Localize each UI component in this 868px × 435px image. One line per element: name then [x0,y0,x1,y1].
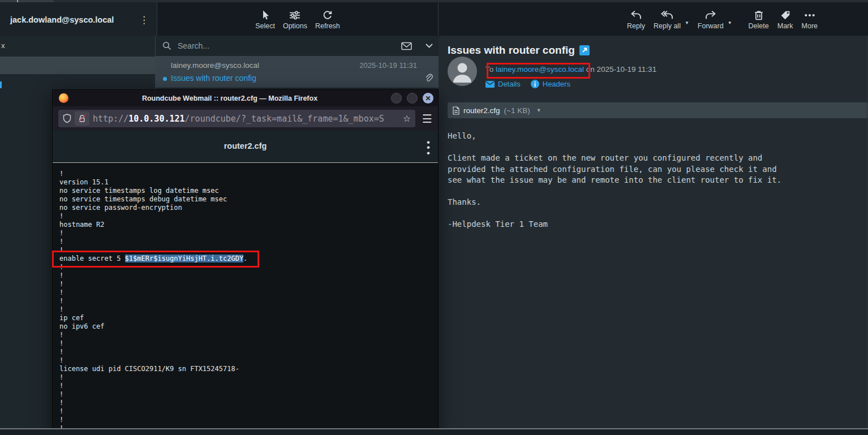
folder-selected-row[interactable] [0,57,155,74]
message-view-subject: Issues with router config [448,44,575,57]
search-input[interactable] [177,41,394,51]
bottom-band [0,429,868,435]
message-date: 2025-10-19 11:31 [359,61,417,70]
search-bar [156,36,439,57]
firefox-window: Roundcube Webmail :: router2.cfg — Mozil… [52,89,439,435]
person-icon [448,57,477,86]
avatar [448,57,477,86]
open-in-new-window-icon[interactable] [579,45,590,55]
config-secret-selected: $1$mERr$isugnYiHsjHT.i.tc2GDY [125,255,244,262]
message-toolbar: Reply Reply all ▼ [439,2,868,37]
reply-icon [630,10,642,20]
scope-envelope-icon[interactable] [401,42,412,50]
details-link[interactable]: Details [485,80,521,88]
url-scheme: http:// [93,114,128,124]
reply-all-caret-icon[interactable]: ▼ [685,20,689,25]
message-view-date: on 2025-10-19 11:31 [584,65,656,74]
details-label: Details [498,80,521,88]
reply-label: Reply [627,22,645,30]
firefox-titlebar[interactable]: Roundcube Webmail :: router2.cfg — Mozil… [53,90,438,106]
config-secret-suffix: . [243,255,247,262]
file-icon [453,106,459,115]
select-button[interactable]: Select [255,10,275,30]
forward-label: Forward [698,22,724,30]
cursor-icon [260,10,270,20]
mark-label: Mark [777,22,793,30]
message-subject-link[interactable]: Issues with router config [171,74,256,83]
firefox-urlbar: http://10.0.30.121/roundcube/?_task=mail… [53,106,438,131]
options-button[interactable]: Options [283,10,307,30]
forward-icon [704,10,717,20]
url-host: 10.0.30.121 [128,114,184,124]
account-menu-kebab-icon[interactable]: ⋮ [139,15,149,25]
refresh-button[interactable]: Refresh [315,10,340,30]
headers-link[interactable]: Headers [531,80,570,88]
mark-button[interactable]: Mark [777,10,793,30]
url-path: /roundcube/?_task=mail&_frame=1&_mbox=S [185,114,384,124]
message-view-panel: Issues with router config To lainey.moor… [439,36,868,428]
message-body: Hello, Client made a ticket on the new r… [448,131,781,230]
url-field[interactable]: http://10.0.30.121/roundcube/?_task=mail… [58,110,415,127]
delete-label: Delete [749,22,769,30]
router-config-text: ! version 15.1 no service timestamps log… [59,170,247,433]
attachment-paperclip-icon [424,74,432,83]
more-label: More [802,22,818,30]
sliders-icon [289,10,300,20]
forward-button[interactable]: Forward [698,10,724,30]
recipient-email-link[interactable]: lainey.moore@sysco.local [496,65,584,74]
forward-caret-icon[interactable]: ▼ [728,20,732,25]
attachment-frame-header: router2.cfg ••• [53,131,438,163]
shield-icon [63,114,71,123]
trash-icon [754,10,763,20]
bookmark-star-icon[interactable]: ☆ [403,113,411,124]
account-header: jack.dowland@sysco.local ⋮ [0,2,157,37]
more-button[interactable]: More [802,10,818,30]
refresh-label: Refresh [315,22,340,30]
search-options-chevron-icon[interactable] [426,44,433,48]
folder-partial-label[interactable]: x [1,41,5,50]
hamburger-menu-icon[interactable]: ☰ [422,113,432,124]
dots-icon [804,10,815,20]
info-icon [531,80,539,88]
firefox-logo-icon [59,93,68,103]
attachment-menu-caret-icon[interactable]: ▼ [536,107,542,113]
scrollbar-track[interactable] [867,36,867,428]
select-label: Select [255,22,275,30]
search-icon [162,41,171,50]
firefox-window-title: Roundcube Webmail :: router2.cfg — Mozil… [68,94,391,102]
envelope-icon [485,81,495,88]
attachment-menu-kebab-icon[interactable]: ••• [427,140,430,156]
topbar: jack.dowland@sysco.local ⋮ Select Opti [0,2,868,36]
config-secret-prefix: enable secret 5 [59,255,125,262]
account-email: jack.dowland@sysco.local [10,15,139,24]
message-sender: lainey.moore@sysco.local [171,61,259,70]
options-label: Options [283,22,307,30]
message-list-item[interactable]: lainey.moore@sysco.local 2025-10-19 11:3… [156,57,439,88]
config-after: ! ! ! ! ! ! ip cef no ipv6 cef ! ! ! ! l… [59,263,239,432]
window-maximize-button[interactable] [407,93,418,104]
reply-all-label: Reply all [654,22,681,30]
reply-button[interactable]: Reply [627,10,645,30]
to-label: To [485,65,496,74]
attachment-size: (~1 KB) [504,106,530,115]
attachment-frame-title: router2.cfg [53,141,438,150]
url-text[interactable]: http://10.0.30.121/roundcube/?_task=mail… [93,114,398,124]
config-before: ! version 15.1 no service timestamps log… [59,170,227,254]
reply-all-button[interactable]: Reply all [654,10,681,30]
reply-all-icon [660,10,674,20]
screen: jack.dowland@sysco.local ⋮ Select Opti [0,0,868,435]
insecure-lock-icon[interactable] [75,111,89,126]
attachment-bar[interactable]: router2.cfg (~1 KB) ▼ [448,102,868,118]
window-minimize-button[interactable] [391,93,402,104]
list-toolbar: Select Options [157,2,439,37]
unread-dot-icon [163,77,167,81]
tag-icon [780,10,790,20]
attachment-name: router2.cfg [463,106,500,115]
folder-selected-marker [0,81,2,88]
headers-label: Headers [543,80,570,88]
window-close-button[interactable]: ✕ [423,93,433,104]
delete-button[interactable]: Delete [749,10,769,30]
refresh-icon [323,10,333,20]
